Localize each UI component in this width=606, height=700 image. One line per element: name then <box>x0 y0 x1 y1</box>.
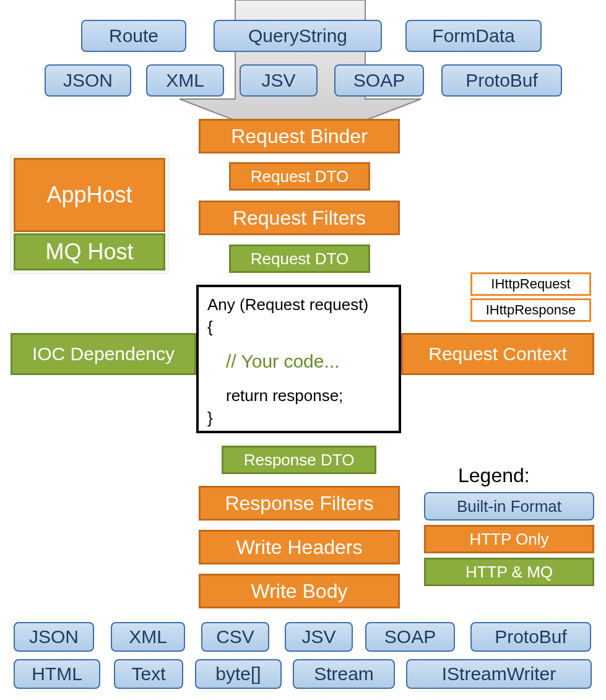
output-json: JSON <box>14 622 94 652</box>
output-bytearr: byte[] <box>195 659 282 689</box>
input-xml: XML <box>146 64 224 97</box>
input-querystring: QueryString <box>214 20 382 52</box>
input-json: JSON <box>45 64 131 97</box>
write-headers-box: Write Headers <box>199 530 400 564</box>
output-html: HTML <box>14 659 100 689</box>
code-line-comment: // Your code... <box>226 348 390 374</box>
request-binder-box: Request Binder <box>199 119 400 153</box>
apphost-box: AppHost <box>14 158 165 232</box>
output-stream: Stream <box>293 659 395 689</box>
hosts-container: AppHost MQ Host <box>11 155 168 274</box>
output-soap: SOAP <box>365 622 455 652</box>
output-xml: XML <box>111 622 185 652</box>
input-route: Route <box>81 20 186 52</box>
request-dto-1-box: Request DTO <box>229 162 370 191</box>
code-line-signature: Any (Request request) <box>207 293 390 316</box>
output-istreamwriter: IStreamWriter <box>406 659 592 689</box>
request-dto-2-box: Request DTO <box>229 244 370 273</box>
code-line-return: return response; <box>226 384 390 407</box>
write-body-box: Write Body <box>199 574 400 608</box>
legend-title: Legend: <box>458 464 530 487</box>
request-filters-box: Request Filters <box>199 201 400 235</box>
code-line-open-brace: { <box>207 316 390 338</box>
input-jsv: JSV <box>240 64 318 97</box>
ihttpresponse-box: IHttpResponse <box>470 298 591 322</box>
legend-http-only: HTTP Only <box>424 525 594 553</box>
ioc-dependency-box: IOC Dependency <box>11 333 196 375</box>
output-csv: CSV <box>201 622 269 652</box>
mqhost-box: MQ Host <box>14 233 165 270</box>
ihttprequest-box: IHttpRequest <box>470 272 591 296</box>
response-filters-box: Response Filters <box>199 486 400 521</box>
legend-http-mq: HTTP & MQ <box>424 558 594 586</box>
output-protobuf: ProtoBuf <box>470 622 591 652</box>
request-context-box: Request Context <box>401 333 594 375</box>
input-formdata: FormData <box>405 20 542 52</box>
output-text: Text <box>114 659 183 689</box>
code-box: Any (Request request) { // Your code... … <box>196 285 401 433</box>
code-line-close-brace: } <box>207 407 390 429</box>
legend-builtin: Built-in Format <box>424 492 594 521</box>
response-dto-box: Response DTO <box>222 446 376 474</box>
input-soap: SOAP <box>334 64 424 97</box>
input-protobuf: ProtoBuf <box>441 64 562 97</box>
output-jsv: JSV <box>285 622 353 652</box>
